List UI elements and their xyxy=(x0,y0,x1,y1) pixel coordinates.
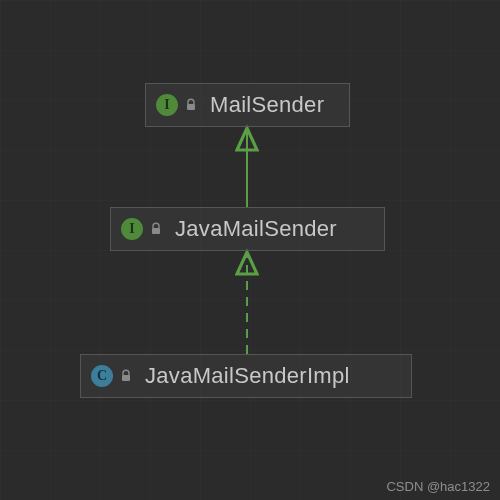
svg-rect-0 xyxy=(187,104,195,110)
badge-letter: I xyxy=(129,221,134,237)
interface-icon: I xyxy=(121,218,143,240)
diagram-canvas: I MailSender I JavaMailSender C xyxy=(0,0,500,500)
badge-letter: I xyxy=(164,97,169,113)
watermark: CSDN @hac1322 xyxy=(386,479,490,494)
badge-letter: C xyxy=(97,368,107,384)
node-javamailsender[interactable]: I JavaMailSender xyxy=(110,207,385,251)
lock-icon xyxy=(119,369,133,383)
node-label: JavaMailSenderImpl xyxy=(145,363,350,389)
node-label: JavaMailSender xyxy=(175,216,337,242)
svg-rect-2 xyxy=(122,375,130,381)
lock-icon xyxy=(149,222,163,236)
node-label: MailSender xyxy=(210,92,324,118)
node-javamailsenderimpl[interactable]: C JavaMailSenderImpl xyxy=(80,354,412,398)
node-mailsender[interactable]: I MailSender xyxy=(145,83,350,127)
class-icon: C xyxy=(91,365,113,387)
lock-icon xyxy=(184,98,198,112)
interface-icon: I xyxy=(156,94,178,116)
svg-rect-1 xyxy=(152,228,160,234)
